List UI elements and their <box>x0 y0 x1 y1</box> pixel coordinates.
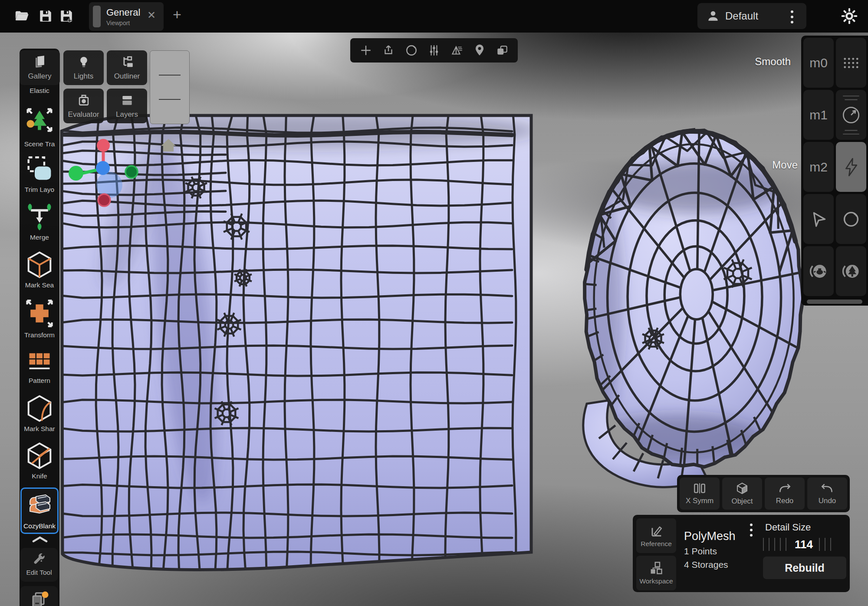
rebuild-label: Rebuild <box>785 562 825 574</box>
tool-column: Elastic Scene Tra Trim Layo <box>20 49 59 606</box>
tab-color-pill <box>93 6 101 27</box>
merge-icon <box>25 203 54 231</box>
tool-scene-transform-label: Scene Tra <box>24 140 55 148</box>
pin-icon[interactable] <box>473 44 486 57</box>
detail-menu-icon[interactable] <box>750 524 753 537</box>
dial-icon <box>841 93 861 137</box>
m2-label: m2 <box>809 160 828 175</box>
lightning-icon <box>843 158 859 177</box>
viewport-toolbar <box>350 38 518 63</box>
top-bar: General Viewport ✕ + Default <box>0 0 868 33</box>
mesh-title: PolyMesh <box>684 530 736 543</box>
add-icon[interactable] <box>359 44 372 57</box>
object-button[interactable]: Object <box>722 478 762 510</box>
reference-label: Reference <box>641 540 672 548</box>
workspace-icon <box>649 561 664 576</box>
wrench-icon <box>31 552 47 568</box>
material-slot-m1[interactable]: m1 <box>803 90 834 140</box>
user-icon <box>706 9 720 23</box>
x-symmetry-label: X Symm <box>686 497 713 505</box>
sphere-view-button[interactable] <box>836 194 866 244</box>
select-cursor-button[interactable] <box>803 194 834 244</box>
collapse-chevron-icon[interactable] <box>32 536 48 543</box>
tool-knife-label: Knife <box>32 472 47 480</box>
gallery-button[interactable]: Gallery <box>20 50 60 85</box>
dots-grid-button[interactable] <box>836 38 866 88</box>
evaluator-label: Evaluator <box>68 110 99 119</box>
open-file-icon[interactable] <box>14 9 29 23</box>
object-label: Object <box>731 497 753 506</box>
radius-slider-mark <box>159 75 181 76</box>
tool-transform[interactable]: Transform <box>20 299 59 339</box>
matcap-sphere-icon[interactable] <box>405 44 418 57</box>
tool-elastic[interactable]: Elastic <box>20 87 59 95</box>
trim-lasso-icon <box>25 155 54 184</box>
evaluator-camera-icon <box>76 93 91 108</box>
material-slot-m2[interactable]: m2 <box>803 142 834 192</box>
x-symmetry-icon <box>693 482 707 494</box>
save-icon[interactable] <box>38 9 53 23</box>
tool-mark-seam[interactable]: Mark Sea <box>20 250 59 289</box>
evaluator-button[interactable]: Evaluator <box>63 89 104 123</box>
tool-mark-sharp[interactable]: Mark Shar <box>20 394 59 433</box>
mesh-points: 1 Points <box>684 546 717 557</box>
dots-grid-icon <box>843 56 859 70</box>
environment-preview-button[interactable] <box>836 246 866 296</box>
outliner-label: Outliner <box>114 72 140 81</box>
detail-size-slider[interactable]: 114 <box>763 537 846 552</box>
gallery-book-icon <box>33 55 47 69</box>
light-bulb-icon <box>76 55 91 69</box>
settings-gear-icon[interactable] <box>841 8 858 24</box>
reference-button[interactable]: Reference <box>636 518 676 553</box>
tool-merge-label: Merge <box>30 234 49 241</box>
clone-icon[interactable] <box>496 44 509 57</box>
outliner-button[interactable]: Outliner <box>107 50 147 85</box>
material-slot-m0[interactable]: m0 <box>803 38 834 88</box>
panel-drag-handle[interactable] <box>807 300 862 304</box>
lights-button[interactable]: Lights <box>63 50 104 85</box>
rebuild-button[interactable]: Rebuild <box>763 557 846 579</box>
dynamic-topology-button[interactable] <box>836 142 866 192</box>
material-panel: m0 m1 m2 <box>801 36 868 306</box>
tool-knife[interactable]: Knife <box>20 441 59 480</box>
tool-scene-transform[interactable]: Scene Tra <box>20 107 59 148</box>
export-icon[interactable] <box>382 44 395 57</box>
tool-pattern[interactable]: Pattern <box>20 349 59 385</box>
sliders-icon[interactable] <box>427 44 441 57</box>
environment-tree-icon <box>841 262 861 280</box>
tool-trim-lasso-label: Trim Layo <box>25 186 54 193</box>
edit-tool-button[interactable]: Edit Tool <box>20 548 58 582</box>
mark-seam-icon <box>25 250 54 279</box>
undo-button[interactable]: Undo <box>807 478 847 510</box>
account-label: Default <box>725 10 758 22</box>
tool-elastic-label: Elastic <box>30 87 49 94</box>
account-button[interactable]: Default <box>697 3 806 29</box>
tool-mark-sharp-label: Mark Shar <box>24 425 55 432</box>
m0-label: m0 <box>809 56 828 70</box>
sphere-icon <box>842 210 860 228</box>
strength-slider-mark <box>159 99 181 100</box>
new-tab-button[interactable]: + <box>173 7 181 22</box>
brush-slider-pad[interactable] <box>150 50 190 124</box>
tool-partial-item[interactable] <box>20 586 58 606</box>
tool-merge[interactable]: Merge <box>20 203 59 241</box>
tool-mark-seam-label: Mark Sea <box>25 281 54 289</box>
save-as-icon[interactable] <box>59 9 74 23</box>
account-menu-icon[interactable] <box>791 10 793 23</box>
edit-tool-label: Edit Tool <box>26 569 52 576</box>
tool-cozyblank-selected[interactable]: CozyBlank <box>20 487 59 534</box>
layers-label: Layers <box>116 110 138 119</box>
tab-close-icon[interactable]: ✕ <box>147 10 156 20</box>
gallery-label: Gallery <box>28 72 52 81</box>
layers-button[interactable]: Layers <box>107 89 147 123</box>
material-preview-button[interactable] <box>803 246 834 296</box>
redo-button[interactable]: Redo <box>765 478 805 510</box>
undo-label: Undo <box>819 497 836 505</box>
x-symmetry-button[interactable]: X Symm <box>680 478 720 510</box>
dial-button[interactable] <box>836 90 866 140</box>
workspace-button[interactable]: Workspace <box>636 556 676 590</box>
tab-general[interactable]: General Viewport ✕ <box>89 2 164 31</box>
outliner-tree-icon <box>120 55 135 69</box>
tool-trim-lasso[interactable]: Trim Layo <box>20 155 59 194</box>
wireframe-pyramid-icon[interactable] <box>450 44 463 57</box>
